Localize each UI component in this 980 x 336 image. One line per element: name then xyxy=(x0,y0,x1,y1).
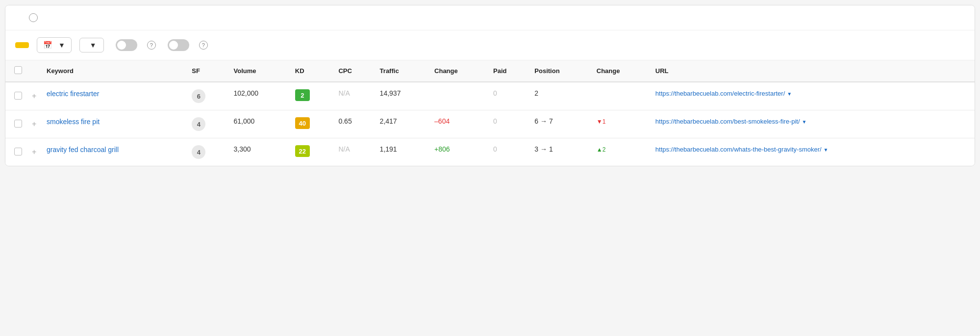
cpc-value: 0.65 xyxy=(338,117,352,125)
keywords-table-container: Keyword SF Volume KD CPC Traffic Change … xyxy=(5,60,975,166)
header-paid[interactable]: Paid xyxy=(488,60,529,82)
header-change-1[interactable]: Change xyxy=(429,60,488,82)
change-cell xyxy=(429,82,488,110)
cpc-cell: 0.65 xyxy=(333,110,375,138)
keywords-count-badge xyxy=(15,42,29,48)
url-cell: https://thebarbecuelab.com/best-smokeles… xyxy=(651,110,975,138)
table-row: + electric firestarter 6 102,000 2 N/A 1… xyxy=(5,82,975,110)
kd-badge: 2 xyxy=(295,89,310,101)
kd-badge: 40 xyxy=(295,117,310,129)
page-header xyxy=(5,5,975,30)
url-link[interactable]: https://thebarbecuelab.com/whats-the-bes… xyxy=(655,146,822,153)
keyword-link[interactable]: gravity fed charcoal grill xyxy=(47,146,119,154)
traffic-cell: 1,191 xyxy=(375,138,429,166)
header-keyword: Keyword xyxy=(42,60,187,82)
keyword-link[interactable]: smokeless fire pit xyxy=(47,118,100,126)
change-cell: +806 xyxy=(429,138,488,166)
cpc-value: N/A xyxy=(338,145,350,153)
header-checkbox-col xyxy=(5,60,27,82)
keyword-cell: electric firestarter xyxy=(42,82,187,110)
add-keyword-icon[interactable]: + xyxy=(32,148,36,156)
sf-badge: 4 xyxy=(192,117,205,131)
kd-cell: 40 xyxy=(290,110,334,138)
header-traffic[interactable]: Traffic xyxy=(375,60,429,82)
page-wrapper: 📅 ▼ ▼ ? ? xyxy=(5,5,975,166)
sf-cell: 6 xyxy=(187,82,228,110)
row-checkbox-cell xyxy=(5,138,27,166)
table-row: + gravity fed charcoal grill 4 3,300 22 … xyxy=(5,138,975,166)
main-positions-toggle[interactable] xyxy=(116,39,137,51)
keyword-cell: gravity fed charcoal grill xyxy=(42,138,187,166)
url-cell: https://thebarbecuelab.com/electric-fire… xyxy=(651,82,975,110)
date-chevron-icon: ▼ xyxy=(58,41,65,49)
header-kd[interactable]: KD xyxy=(290,60,334,82)
compare-button[interactable]: ▼ xyxy=(79,38,104,52)
main-positions-help-icon[interactable]: ? xyxy=(147,41,156,50)
header-plus-col xyxy=(27,60,42,82)
traffic-change: –604 xyxy=(434,117,450,125)
position-cell: 3 → 1 xyxy=(529,138,591,166)
header-cpc[interactable]: CPC xyxy=(333,60,375,82)
multiple-urls-toggle[interactable] xyxy=(168,39,189,51)
compare-chevron-icon: ▼ xyxy=(90,41,97,49)
sf-cell: 4 xyxy=(187,110,228,138)
cpc-cell: N/A xyxy=(333,138,375,166)
keywords-table: Keyword SF Volume KD CPC Traffic Change … xyxy=(5,60,975,166)
volume-cell: 61,000 xyxy=(229,110,290,138)
position-cell: 2 xyxy=(529,82,591,110)
header-sf[interactable]: SF xyxy=(187,60,228,82)
keyword-cell: smokeless fire pit xyxy=(42,110,187,138)
header-volume[interactable]: Volume xyxy=(229,60,290,82)
kd-cell: 2 xyxy=(290,82,334,110)
add-keyword-icon[interactable]: + xyxy=(32,120,36,128)
url-cell: https://thebarbecuelab.com/whats-the-bes… xyxy=(651,138,975,166)
position-change-cell xyxy=(592,82,651,110)
multiple-urls-help-icon[interactable]: ? xyxy=(199,41,208,50)
url-dropdown-arrow[interactable]: ▼ xyxy=(824,147,829,153)
row-add-cell: + xyxy=(27,82,42,110)
date-picker-button[interactable]: 📅 ▼ xyxy=(37,37,72,53)
table-row: + smokeless fire pit 4 61,000 40 0.65 2,… xyxy=(5,110,975,138)
cpc-value: N/A xyxy=(338,89,350,97)
row-checkbox[interactable] xyxy=(14,120,22,128)
table-header-row: Keyword SF Volume KD CPC Traffic Change … xyxy=(5,60,975,82)
traffic-cell: 14,937 xyxy=(375,82,429,110)
row-checkbox[interactable] xyxy=(14,148,22,155)
position-change: ▲2 xyxy=(597,146,606,153)
row-checkbox-cell xyxy=(5,82,27,110)
url-link[interactable]: https://thebarbecuelab.com/electric-fire… xyxy=(655,90,785,97)
sf-badge: 6 xyxy=(192,89,205,103)
row-checkbox-cell xyxy=(5,110,27,138)
row-checkbox[interactable] xyxy=(14,92,22,100)
calendar-icon: 📅 xyxy=(43,41,52,50)
header-change-2[interactable]: Change xyxy=(592,60,651,82)
row-add-cell: + xyxy=(27,138,42,166)
add-keyword-icon[interactable]: + xyxy=(32,92,36,100)
header-position[interactable]: Position xyxy=(529,60,591,82)
paid-cell: 0 xyxy=(488,82,529,110)
position-cell: 6 → 7 xyxy=(529,110,591,138)
toolbar: 📅 ▼ ▼ ? ? xyxy=(5,30,975,60)
cpc-cell: N/A xyxy=(333,82,375,110)
help-icon[interactable] xyxy=(29,13,38,22)
sf-badge: 4 xyxy=(192,145,205,159)
paid-cell: 0 xyxy=(488,110,529,138)
url-dropdown-arrow[interactable]: ▼ xyxy=(802,119,807,125)
select-all-checkbox[interactable] xyxy=(14,66,22,74)
kd-cell: 22 xyxy=(290,138,334,166)
url-dropdown-arrow[interactable]: ▼ xyxy=(787,91,792,97)
traffic-change: +806 xyxy=(434,145,450,153)
keyword-link[interactable]: electric firestarter xyxy=(47,90,99,98)
volume-cell: 3,300 xyxy=(229,138,290,166)
position-change-cell: ▼1 xyxy=(592,110,651,138)
sf-cell: 4 xyxy=(187,138,228,166)
multiple-urls-toggle-group: ? xyxy=(168,39,208,51)
paid-cell: 0 xyxy=(488,138,529,166)
position-change-cell: ▲2 xyxy=(592,138,651,166)
row-add-cell: + xyxy=(27,110,42,138)
position-change: ▼1 xyxy=(597,118,606,125)
url-link[interactable]: https://thebarbecuelab.com/best-smokeles… xyxy=(655,118,800,125)
volume-cell: 102,000 xyxy=(229,82,290,110)
traffic-cell: 2,417 xyxy=(375,110,429,138)
header-url[interactable]: URL xyxy=(651,60,975,82)
